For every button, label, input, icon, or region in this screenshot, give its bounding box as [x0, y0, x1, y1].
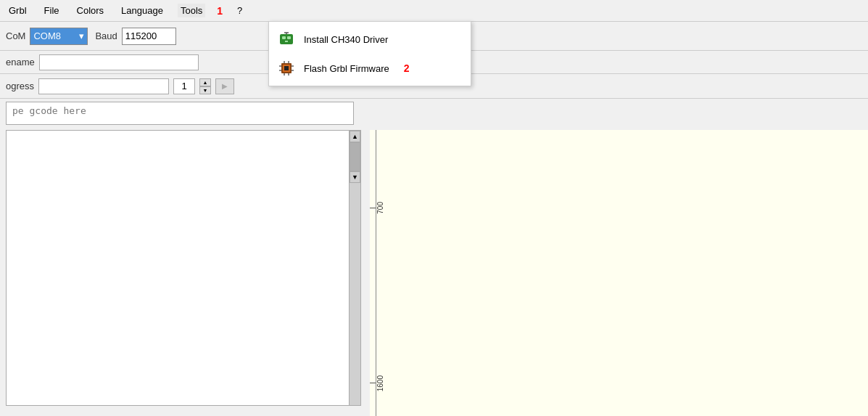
spinner-controls: ▲ ▼: [199, 78, 211, 94]
flash-grbl-item[interactable]: Flash Grbl Firmware 2: [269, 54, 471, 83]
com-port-select[interactable]: COM8 ▾: [30, 28, 88, 45]
svg-rect-1: [282, 36, 286, 39]
left-panel: ▲ ▼: [6, 130, 361, 406]
install-ch340-label: Install CH340 Driver: [304, 34, 388, 45]
play-button[interactable]: ▶: [215, 78, 234, 94]
menubar: Grbl File Colors Language Tools 1 ?: [0, 0, 868, 22]
svg-rect-13: [284, 61, 285, 63]
com-chevron-icon: ▾: [79, 30, 84, 41]
install-ch340-item[interactable]: Install CH340 Driver: [269, 25, 471, 54]
tools-dropdown-menu: Install CH340 Driver Flash Grbl: [268, 21, 471, 86]
canvas-ruler: 700 1600: [370, 130, 384, 416]
svg-rect-3: [285, 41, 288, 42]
svg-rect-9: [279, 65, 281, 67]
svg-rect-11: [292, 65, 294, 67]
com-port-value: COM8: [33, 30, 61, 41]
baud-input[interactable]: [122, 28, 176, 45]
usb-icon: [278, 30, 295, 48]
ruler-mark-1600: 1600: [370, 375, 384, 391]
main-area: ▲ ▼ 700 1600: [0, 130, 868, 416]
chip-icon: [278, 60, 295, 77]
menu-grbl[interactable]: Grbl: [6, 4, 30, 17]
scroll-down-button[interactable]: ▼: [350, 171, 360, 183]
canvas-area: 700 1600: [370, 130, 868, 416]
ruler-vertical-line: [376, 130, 376, 416]
ruler-label-700: 700: [376, 202, 384, 214]
menu-colors[interactable]: Colors: [74, 4, 107, 17]
svg-rect-16: [288, 73, 289, 76]
svg-rect-10: [279, 70, 281, 71]
ruler-tick-line-1600: [370, 383, 376, 383]
scrollbar-thumb[interactable]: [350, 142, 360, 171]
baud-label: Baud: [95, 30, 117, 41]
com-label: CoM: [6, 30, 25, 41]
progress-input[interactable]: [38, 78, 169, 94]
menu-language[interactable]: Language: [118, 4, 166, 17]
menu-help[interactable]: ?: [234, 4, 245, 17]
filename-label: ename: [6, 57, 35, 68]
menu-file[interactable]: File: [41, 4, 62, 17]
flash-grbl-label: Flash Grbl Firmware: [304, 63, 389, 74]
left-scrollbar[interactable]: ▲ ▼: [349, 131, 360, 405]
svg-rect-0: [280, 34, 293, 44]
flash-grbl-number: 2: [404, 62, 410, 74]
gcode-area: [0, 99, 868, 130]
ruler-tick-line-700: [370, 208, 376, 208]
scroll-up-button[interactable]: ▲: [350, 131, 360, 142]
svg-rect-12: [292, 70, 294, 71]
filename-input[interactable]: [39, 54, 199, 70]
spinner-up-button[interactable]: ▲: [199, 78, 211, 86]
gcode-input[interactable]: [6, 102, 354, 125]
svg-rect-2: [287, 36, 291, 39]
ruler-mark-700: 700: [370, 202, 384, 214]
repeat-spinner[interactable]: [173, 78, 195, 94]
svg-rect-14: [288, 61, 289, 63]
svg-rect-15: [284, 73, 285, 76]
menu-tools[interactable]: Tools: [178, 4, 205, 17]
spinner-down-button[interactable]: ▼: [199, 86, 211, 94]
progress-label: ogress: [6, 81, 34, 91]
svg-rect-8: [284, 66, 289, 70]
menu-number1: 1: [217, 5, 223, 17]
ruler-label-1600: 1600: [376, 375, 384, 391]
